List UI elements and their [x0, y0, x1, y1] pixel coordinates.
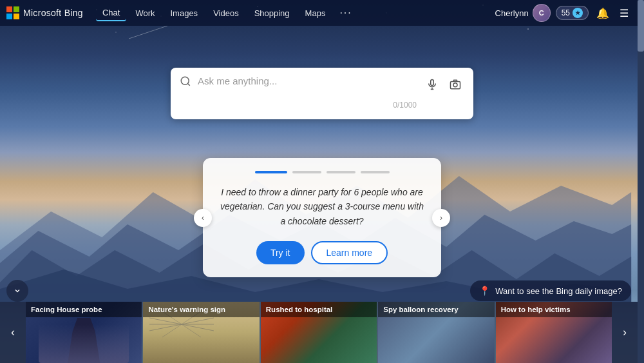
daily-image-button[interactable]: 📍 Want to see the Bing daily image?: [470, 280, 631, 301]
svg-rect-16: [431, 80, 434, 86]
nav-videos[interactable]: Videos: [207, 6, 245, 21]
points-badge[interactable]: 55 ★: [556, 6, 589, 20]
news-card-1[interactable]: Facing House probe: [26, 302, 142, 363]
svg-line-15: [187, 83, 189, 85]
nav-links: Chat Work Images Videos Shopping Maps ··…: [96, 5, 495, 21]
menu-button[interactable]: ☰: [617, 5, 631, 22]
news-card-5[interactable]: How to help victims: [496, 302, 612, 363]
svg-point-12: [527, 28, 529, 30]
camera-button[interactable]: [446, 75, 464, 93]
search-icon: [180, 75, 191, 90]
search-input-area[interactable]: Ask me anything... 0/1000: [198, 74, 417, 110]
avatar: C: [533, 4, 551, 22]
scrollbar-thumb[interactable]: [638, 0, 644, 52]
suggestion-card: ‹ I need to throw a dinner party for 6 p…: [203, 158, 441, 277]
search-box: Ask me anything... 0/1000: [171, 68, 473, 119]
suggestion-text: I need to throw a dinner party for 6 peo…: [218, 185, 426, 228]
search-right-icons: [423, 75, 464, 93]
microsoft-logo: [6, 6, 19, 19]
learn-more-button[interactable]: Learn more: [311, 241, 388, 264]
nav-chat[interactable]: Chat: [96, 5, 126, 21]
char-count: 0/1000: [198, 101, 417, 110]
news-card-title-1: Facing House probe: [26, 302, 142, 317]
microphone-button[interactable]: [423, 75, 441, 93]
person-silhouette: [68, 318, 100, 363]
logo-area[interactable]: Microsoft Bing: [6, 6, 83, 19]
username: Cherlynn: [495, 8, 529, 18]
card-next-button[interactable]: ›: [432, 209, 450, 227]
progress-dot-3: [327, 171, 355, 173]
news-strip: ‹ Facing House probe Nature's warning si…: [0, 302, 638, 363]
svg-point-11: [115, 32, 117, 33]
nav-shopping[interactable]: Shopping: [248, 6, 296, 21]
news-card-title-5: How to help victims: [496, 302, 612, 317]
search-placeholder: Ask me anything...: [198, 74, 417, 88]
bottom-bar: 📍 Want to see the Bing daily image?: [0, 280, 638, 302]
svg-point-14: [181, 77, 189, 84]
ms-logo-tl: [6, 6, 12, 12]
nav-work[interactable]: Work: [129, 6, 161, 21]
collapse-button[interactable]: [6, 280, 28, 302]
notifications-button[interactable]: 🔔: [594, 5, 612, 22]
scrollbar[interactable]: [638, 0, 644, 363]
user-area[interactable]: Cherlynn C: [495, 4, 551, 22]
nav-right: Cherlynn C 55 ★ 🔔 ☰: [495, 4, 631, 22]
news-card-title-2: Nature's warning sign: [143, 302, 259, 317]
card-prev-button[interactable]: ‹: [194, 209, 212, 227]
search-container: Ask me anything... 0/1000: [171, 68, 473, 119]
ms-logo-bl: [6, 14, 12, 19]
progress-dot-1: [255, 171, 287, 173]
progress-indicators: [218, 171, 426, 173]
news-prev-button[interactable]: ‹: [0, 302, 26, 363]
location-icon: 📍: [479, 286, 490, 296]
svg-point-20: [453, 83, 457, 87]
news-cards: Facing House probe Nature's warning sign…: [26, 302, 612, 363]
card-actions: Try it Learn more: [218, 241, 426, 264]
progress-dot-2: [292, 171, 321, 173]
ms-logo-tr: [14, 6, 19, 12]
progress-dot-4: [361, 171, 390, 173]
brand-name: Microsoft Bing: [23, 8, 83, 18]
nav-more-button[interactable]: ···: [334, 5, 357, 21]
svg-line-13: [129, 26, 167, 39]
navbar: Microsoft Bing Chat Work Images Videos S…: [0, 0, 638, 26]
news-card-title-4: Spy balloon recovery: [378, 302, 494, 317]
news-card-3[interactable]: Rushed to hospital: [261, 302, 377, 363]
news-card-title-3: Rushed to hospital: [261, 302, 377, 317]
try-it-button[interactable]: Try it: [256, 241, 305, 264]
news-card-4[interactable]: Spy balloon recovery: [378, 302, 494, 363]
news-next-button[interactable]: ›: [612, 302, 638, 363]
nav-maps[interactable]: Maps: [299, 6, 332, 21]
ms-logo-br: [14, 14, 19, 19]
reward-icon: ★: [573, 8, 583, 18]
daily-image-text: Want to see the Bing daily image?: [495, 286, 622, 296]
points-value: 55: [562, 8, 570, 17]
nav-images[interactable]: Images: [164, 6, 204, 21]
news-card-2[interactable]: Nature's warning sign: [143, 302, 259, 363]
